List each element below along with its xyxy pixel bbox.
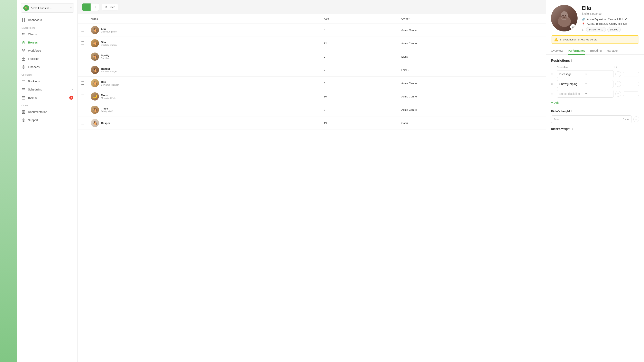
table-row[interactable]: 🐴 Ella Étoile Elegance 6 Acme Centre	[78, 23, 546, 37]
main-content: ☰ ⊞ ⚙ Filter Name Age Owner	[78, 0, 546, 362]
sidebar-item-facilities[interactable]: Facilities	[18, 55, 78, 63]
table-row[interactable]: 🐴 Spotty Spotilas 9 Elena	[78, 50, 546, 63]
select-all-checkbox[interactable]	[81, 17, 84, 20]
filter-label: Filter	[109, 5, 115, 8]
table-row[interactable]: 🐴 Tracy Trinity HMV 3 Acme Centre	[78, 103, 546, 116]
drag-handle-1[interactable]: ≡	[551, 72, 555, 76]
horse-avatar-7: 🐴	[91, 119, 99, 127]
horse-name-cell-2[interactable]: 🐴 Spotty Spotilas	[88, 50, 320, 63]
drag-handle-3[interactable]: ≡	[551, 92, 555, 95]
sidebar-item-events[interactable]: Events 3	[18, 94, 78, 102]
row-checkbox-4[interactable]	[81, 81, 84, 85]
alert-icon: ⚠️	[554, 37, 558, 41]
workforce-label: Workforce	[28, 49, 41, 52]
horse-subtitle-2: Spotilas	[101, 57, 109, 59]
tab-overview[interactable]: Overview	[551, 47, 563, 55]
filter-button[interactable]: ⚙ Filter	[102, 4, 118, 10]
highest-col-header: Hi	[614, 66, 639, 69]
right-panel: ✏ Ella Étoile Elegance 🔗 Acme Equestrian…	[546, 0, 644, 362]
horse-avatar-0: 🐴	[91, 26, 99, 34]
scheduling-chevron-icon: ▾	[72, 88, 74, 91]
svg-point-7	[22, 49, 23, 50]
row-checkbox-0[interactable]	[81, 28, 84, 31]
horse-avatar-1: 🐴	[91, 39, 99, 47]
sidebar-item-scheduling[interactable]: Scheduling ▾	[18, 85, 78, 94]
horse-name-cell-0[interactable]: 🐴 Ella Étoile Elegance	[88, 23, 320, 37]
sidebar-item-clients[interactable]: Clients	[18, 30, 78, 38]
grid-view-button[interactable]: ⊞	[90, 3, 99, 11]
drag-handle-2[interactable]: ≡	[551, 82, 555, 86]
horse-organization-row: 🔗 Acme Equestrian Centre & Polo C	[582, 18, 639, 21]
sidebar-item-finances[interactable]: Finances	[18, 63, 78, 71]
tab-manager[interactable]: Manager	[606, 47, 618, 55]
horse-name-cell-5[interactable]: 🌙 Moon Moonlight Falls	[88, 90, 320, 103]
remove-discipline-2[interactable]: −	[616, 81, 621, 87]
highest-input-3[interactable]	[623, 91, 639, 96]
riders-height-min-input[interactable]: Min 0 cm	[551, 115, 632, 123]
owner-column-header: Owner	[398, 14, 546, 23]
horse-subtitle-3: Rohan's Ranger	[101, 70, 117, 73]
sidebar-item-dashboard[interactable]: Dashboard	[18, 16, 78, 24]
table-row[interactable]: 🐴 Ben Benjamin Franklin 3 Acme Centre	[78, 77, 546, 90]
row-checkbox-3[interactable]	[81, 68, 84, 71]
row-checkbox-cell-3	[78, 63, 88, 77]
discipline-chevron-1: ▾	[585, 72, 611, 76]
riders-height-remove[interactable]: −	[633, 116, 639, 122]
table-row[interactable]: 🐴 Casper 19 Gabri...	[78, 116, 546, 130]
row-checkbox-6[interactable]	[81, 108, 84, 111]
sidebar-item-documentation[interactable]: Documentation	[18, 108, 78, 116]
sidebar-item-workforce[interactable]: Workforce	[18, 46, 78, 55]
tab-performance[interactable]: Performance	[568, 47, 585, 55]
dashboard-icon	[22, 18, 26, 22]
row-checkbox-1[interactable]	[81, 41, 84, 45]
horses-icon	[22, 40, 26, 44]
sidebar-item-horses[interactable]: Horses	[18, 38, 78, 46]
discipline-select-1[interactable]: Dressage ▾	[557, 70, 614, 78]
remove-discipline-3[interactable]: −	[616, 91, 621, 97]
horse-name-cell-1[interactable]: 🐴 Star Starlight Queen	[88, 37, 320, 50]
table-header-row: Name Age Owner	[78, 14, 546, 23]
photo-edit-button[interactable]: ✏	[570, 24, 576, 30]
discipline-value-2: Show jumping	[559, 82, 585, 86]
riders-height-info-icon[interactable]: ℹ	[571, 110, 572, 113]
discipline-select-2[interactable]: Show jumping ▾	[557, 80, 614, 88]
horse-name-cell-3[interactable]: 🐴 Ranger Rohan's Ranger	[88, 63, 320, 77]
row-checkbox-5[interactable]	[81, 95, 84, 98]
horse-cell-4: 🐴 Ben Benjamin Franklin	[91, 79, 317, 87]
horse-name-cell-7[interactable]: 🐴 Casper	[88, 116, 320, 130]
restriction-row-3: ≡ Select discipline ▾ −	[551, 90, 639, 98]
events-icon	[22, 96, 26, 100]
horse-name-cell-6[interactable]: 🐴 Tracy Trinity HMV	[88, 103, 320, 116]
svg-point-4	[22, 33, 24, 34]
bookings-icon	[22, 79, 26, 83]
riders-weight-info-icon[interactable]: ℹ	[572, 127, 573, 131]
table-row[interactable]: 🐴 Star Starlight Queen 12 Acme Centre	[78, 37, 546, 50]
remove-discipline-1[interactable]: −	[616, 71, 621, 77]
plus-icon: +	[551, 100, 553, 105]
discipline-select-3[interactable]: Select discipline ▾	[557, 90, 614, 98]
row-checkbox-7[interactable]	[81, 121, 84, 124]
table-row[interactable]: 🐴 Ranger Rohan's Ranger 7 Leif H.	[78, 63, 546, 77]
org-selector[interactable]: 🐎 Acme Equestria... ▾	[21, 3, 74, 13]
horse-avatar-4: 🐴	[91, 79, 99, 87]
list-view-button[interactable]: ☰	[82, 3, 90, 11]
add-discipline-button[interactable]: + Add	[551, 100, 639, 106]
svg-rect-2	[22, 20, 23, 22]
events-label: Events	[28, 96, 37, 99]
restriction-row-1: ≡ Dressage ▾ −	[551, 70, 639, 78]
svg-rect-14	[22, 80, 25, 83]
table-row[interactable]: 🌙 Moon Moonlight Falls 16 Acme Centre	[78, 90, 546, 103]
horse-name-info-6: Tracy Trinity HMV	[101, 107, 113, 113]
management-section-label: Management	[18, 24, 78, 30]
row-checkbox-2[interactable]	[81, 55, 84, 58]
restrictions-info-icon[interactable]: ℹ	[571, 59, 572, 62]
tag-school-horse: School horse	[586, 27, 606, 32]
highest-input-2[interactable]	[623, 82, 639, 86]
sidebar-item-bookings[interactable]: Bookings	[18, 77, 78, 85]
sidebar-item-support[interactable]: Support	[18, 116, 78, 124]
tab-breeding[interactable]: Breeding	[590, 47, 602, 55]
svg-rect-23	[22, 96, 25, 99]
horse-name-cell-4[interactable]: 🐴 Ben Benjamin Franklin	[88, 77, 320, 90]
horse-name-0: Ella	[101, 27, 116, 30]
highest-input-1[interactable]	[623, 72, 639, 76]
